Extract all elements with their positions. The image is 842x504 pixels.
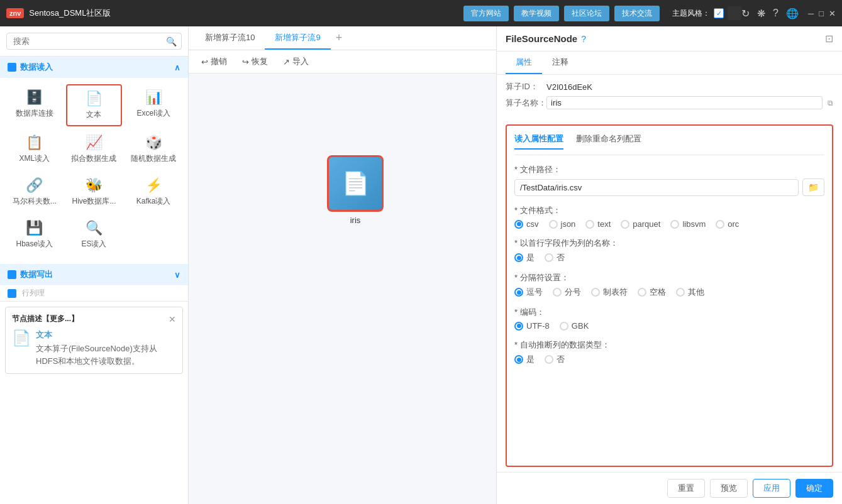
preview-btn[interactable]: 预览 [710, 479, 748, 498]
sidebar-item-fit[interactable]: 📈 拟合数据生成 [66, 129, 123, 169]
apply-btn[interactable]: 应用 [753, 479, 790, 498]
sep-comma[interactable]: 逗号 [514, 287, 543, 298]
config-tab-read[interactable]: 读入属性配置 [514, 133, 563, 150]
enc-utf8-radio[interactable] [514, 322, 523, 331]
section-data-input-header[interactable]: 数据读入 ∧ [0, 57, 188, 78]
format-orc[interactable]: orc [716, 219, 739, 229]
format-text-label: text [597, 219, 611, 229]
redo-btn[interactable]: ↪ 恢复 [238, 54, 272, 69]
format-parquet[interactable]: parquet [621, 219, 660, 229]
copy-icon[interactable]: ⧉ [828, 99, 833, 107]
confirm-btn[interactable]: 确定 [795, 479, 833, 498]
first-row-no-radio[interactable] [545, 253, 553, 262]
format-json[interactable]: json [549, 219, 576, 229]
random-label: 随机数据生成 [131, 153, 176, 164]
sidebar-item-hbase[interactable]: 💾 Hbase读入 [6, 215, 63, 255]
sep-other-radio[interactable] [676, 288, 685, 297]
panel-help-icon[interactable]: ? [581, 34, 586, 44]
sidebar-item-random[interactable]: 🎲 随机数据生成 [125, 129, 182, 169]
config-tab-rename[interactable]: 删除重命名列配置 [576, 133, 641, 150]
encoding-label: * 编码： [514, 307, 824, 318]
format-libsvm[interactable]: libsvm [670, 219, 706, 229]
panel-close-btn[interactable]: ⊡ [825, 33, 833, 45]
sep-other[interactable]: 其他 [676, 287, 704, 298]
sidebar-item-db[interactable]: 🗄️ 数据库连接 [6, 84, 63, 126]
sep-semicolon-radio[interactable] [553, 288, 562, 297]
first-row-no[interactable]: 否 [545, 252, 565, 263]
panel-meta: 算子ID： V2I016dEeK 算子名称： ⧉ [497, 75, 842, 119]
sep-space-radio[interactable] [638, 288, 646, 297]
sidebar-item-hive[interactable]: 🐝 Hive数据库... [66, 172, 123, 212]
maximize-btn[interactable]: □ [819, 9, 824, 18]
es-icon: 🔍 [86, 220, 102, 236]
export-icon: ↗ [283, 57, 290, 67]
sidebar-item-markov[interactable]: 🔗 马尔科夫数... [6, 172, 63, 212]
tab-properties[interactable]: 属性 [506, 52, 542, 74]
format-text[interactable]: text [585, 219, 611, 229]
sidebar-item-es[interactable]: 🔍 ES读入 [66, 215, 123, 255]
tab-add-btn[interactable]: + [331, 31, 348, 45]
globe-icon[interactable]: 🌐 [786, 8, 799, 19]
form-file-path: * 文件路径： 📁 [514, 164, 824, 196]
close-btn[interactable]: ✕ [829, 9, 836, 18]
section3-header[interactable]: 行列理 [0, 285, 188, 302]
nav-btn-0[interactable]: 官方网站 [463, 6, 509, 21]
sidebar-item-kafka[interactable]: ⚡ Kafka读入 [125, 172, 182, 212]
format-parquet-radio[interactable] [621, 220, 629, 229]
text-label: 文本 [86, 109, 101, 120]
nav-btn-1[interactable]: 教学视频 [514, 6, 559, 21]
infer-yes-radio[interactable] [514, 355, 523, 364]
tab-notes[interactable]: 注释 [542, 52, 579, 74]
format-json-radio[interactable] [549, 220, 558, 229]
enc-gbk-radio[interactable] [560, 322, 568, 331]
help-icon[interactable]: ? [773, 8, 778, 19]
sep-tab[interactable]: 制表符 [591, 287, 628, 298]
canvas-node-iris[interactable]: 📄 iris [327, 155, 384, 225]
window-controls: ─ □ ✕ [808, 9, 836, 18]
node-desc-close-btn[interactable]: ✕ [169, 314, 176, 324]
refresh-icon[interactable]: ↻ [741, 8, 750, 19]
logo: znv [6, 8, 24, 18]
infer-yes-label: 是 [526, 354, 535, 365]
theme-square[interactable] [728, 6, 741, 20]
infer-no-radio[interactable] [545, 355, 553, 364]
first-row-yes[interactable]: 是 [514, 252, 535, 263]
node-desc-content: 📄 文本 文本算子(FileSourceNode)支持从HDFS和本地文件读取数… [12, 329, 176, 367]
first-row-yes-radio[interactable] [514, 253, 523, 262]
minimize-btn[interactable]: ─ [808, 9, 814, 18]
tab-flow9[interactable]: 新增算子流9 [265, 27, 330, 50]
sidebar-item-text[interactable]: 📄 文本 [66, 84, 123, 126]
nav-btn-3[interactable]: 技术交流 [614, 6, 660, 21]
infer-no[interactable]: 否 [545, 354, 565, 365]
file-path-label-text: * 文件路径： [514, 165, 561, 174]
format-text-radio[interactable] [585, 220, 594, 229]
sep-space[interactable]: 空格 [638, 287, 666, 298]
reset-btn[interactable]: 重置 [667, 479, 705, 498]
markov-label: 马尔科夫数... [13, 196, 57, 207]
folder-browse-btn[interactable]: 📁 [802, 178, 824, 196]
sep-semicolon[interactable]: 分号 [553, 287, 581, 298]
sep-comma-radio[interactable] [514, 288, 523, 297]
format-csv[interactable]: csv [514, 219, 539, 229]
undo-btn[interactable]: ↩ 撤销 [197, 54, 231, 69]
format-orc-radio[interactable] [716, 220, 724, 229]
sep-comma-label: 逗号 [526, 287, 543, 298]
tab-flow10[interactable]: 新增算子流10 [195, 27, 265, 50]
format-libsvm-radio[interactable] [670, 220, 679, 229]
enc-utf8[interactable]: UTF-8 [514, 321, 550, 331]
enc-gbk[interactable]: GBK [560, 321, 589, 331]
nav-btn-2[interactable]: 社区论坛 [564, 6, 609, 21]
file-path-input[interactable] [514, 179, 799, 196]
sidebar-item-excel[interactable]: 📊 Excel读入 [125, 84, 182, 126]
sidebar-item-xml[interactable]: 📋 XML读入 [6, 129, 63, 169]
search-input[interactable] [6, 33, 182, 50]
theme-checkbox[interactable]: ✓ [714, 8, 724, 18]
export-btn[interactable]: ↗ 导入 [279, 54, 313, 69]
share-icon[interactable]: ❋ [757, 8, 765, 19]
sep-tab-radio[interactable] [591, 288, 600, 297]
infer-yes[interactable]: 是 [514, 354, 535, 365]
meta-name-input[interactable] [546, 96, 823, 109]
separator-label: * 分隔符设置： [514, 272, 824, 283]
format-csv-radio[interactable] [514, 220, 523, 229]
section-data-output-header[interactable]: 数据写出 ∨ [0, 264, 188, 285]
